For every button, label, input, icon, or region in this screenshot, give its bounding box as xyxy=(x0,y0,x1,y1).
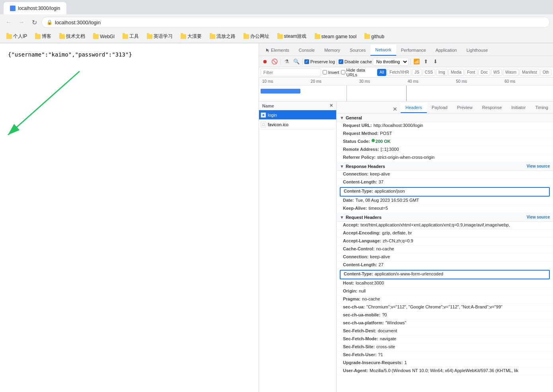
filter-all[interactable]: All xyxy=(377,69,386,76)
bookmark-steam-games[interactable]: steam游戏 xyxy=(274,32,310,41)
tab-sources[interactable]: Sources xyxy=(345,45,370,56)
bookmark-office[interactable]: 办公网址 xyxy=(240,32,273,41)
response-headers-section-header[interactable]: ▼ Response Headers View source xyxy=(337,162,553,171)
tab-console[interactable]: Console xyxy=(294,45,319,56)
bookmark-github[interactable]: github xyxy=(361,33,387,40)
request-doc-icon: ■ xyxy=(261,112,266,118)
request-method-value: POST xyxy=(380,131,392,136)
invert-checkbox[interactable] xyxy=(323,70,327,74)
back-button[interactable]: ← xyxy=(3,17,14,28)
response-headers-title: Response Headers xyxy=(346,164,385,169)
tab-memory[interactable]: Memory xyxy=(319,45,345,56)
devtools-toolbar: ⏺ 🚫 ⚗ 🔍 Preserve log Disable cache No th… xyxy=(259,56,553,67)
request-url-row: Request URL: http://localhost:3000/login xyxy=(337,122,553,130)
close-panel-icon[interactable]: ✕ xyxy=(329,103,333,108)
req-user-agent-row: User-Agent: Mozilla/5.0 (Windows NT 10.0… xyxy=(337,367,553,375)
preserve-log-label[interactable]: Preserve log xyxy=(304,59,335,64)
detail-tab-preview[interactable]: Preview xyxy=(452,103,477,113)
bookmark-label: 流放之路 xyxy=(216,33,236,40)
import-button[interactable]: ⬆ xyxy=(422,57,430,66)
devtools-tabs: Elements Console Memory Sources Network … xyxy=(259,43,553,56)
folder-icon xyxy=(6,34,12,39)
hide-data-urls-label[interactable]: Hide data URLs xyxy=(341,68,376,77)
tab-application[interactable]: Application xyxy=(431,45,462,56)
folder-icon xyxy=(59,34,65,39)
detail-tab-timing[interactable]: Timing xyxy=(530,103,553,113)
bookmark-tools[interactable]: 工具 xyxy=(119,32,142,41)
resp-content-length-row: Content-Length: 37 xyxy=(337,179,553,187)
tab-elements[interactable]: Elements xyxy=(261,45,294,56)
resp-connection-row: Connection: keep-alive xyxy=(337,171,553,179)
filter-wasm[interactable]: Wasm xyxy=(503,69,519,76)
request-headers-section-header[interactable]: ▼ Request Headers View source xyxy=(337,213,553,222)
clear-button[interactable]: 🚫 xyxy=(270,57,279,66)
general-section-header[interactable]: ▼ General xyxy=(337,113,553,122)
bookmark-english[interactable]: 英语学习 xyxy=(144,32,176,41)
req-content-type-label: Content-Type: xyxy=(344,271,373,276)
filter-media[interactable]: Media xyxy=(448,69,464,76)
bookmark-blog[interactable]: 博客 xyxy=(32,32,55,41)
status-code-value: 200 OK xyxy=(376,139,391,144)
hide-data-urls-checkbox[interactable] xyxy=(341,70,345,74)
active-tab[interactable]: localhost:3000/login xyxy=(3,2,67,14)
req-content-type-row: Content-Type: application/x-www-form-url… xyxy=(341,271,549,279)
bookmark-tech-docs[interactable]: 技术文档 xyxy=(56,32,88,41)
close-detail-btn[interactable]: ✕ xyxy=(391,105,399,113)
filter-other[interactable]: Oth xyxy=(540,69,551,76)
wifi-icon[interactable]: 📶 xyxy=(412,57,421,66)
invert-label[interactable]: Invert xyxy=(323,70,339,75)
detail-tab-headers[interactable]: Headers xyxy=(401,103,427,113)
filter-manifest[interactable]: Manifest xyxy=(520,69,539,76)
req-accept-row: Accept: text/html,application/xhtml+xml,… xyxy=(337,222,553,230)
tab-network[interactable]: Network xyxy=(370,45,396,56)
bookmark-label: steam game tool xyxy=(321,34,357,39)
filter-fetch-xhr[interactable]: Fetch/XHR xyxy=(387,69,411,76)
req-upgrade-insecure-label: Upgrade-Insecure-Requests: xyxy=(343,360,403,365)
filter-ws[interactable]: WS xyxy=(491,69,502,76)
filter-font[interactable]: Font xyxy=(465,69,477,76)
response-view-source[interactable]: View source xyxy=(527,164,550,168)
status-code-row: Status Code: 200 OK xyxy=(337,138,553,146)
request-item-login[interactable]: ■ login xyxy=(259,110,336,120)
bookmark-webgl[interactable]: WebGl xyxy=(90,33,117,40)
detail-tab-initiator[interactable]: Initiator xyxy=(506,103,530,113)
tab-elements-label: Elements xyxy=(271,48,289,53)
hide-data-urls-text: Hide data URLs xyxy=(347,68,376,77)
filter-img[interactable]: Img xyxy=(436,69,448,76)
bookmark-label: github xyxy=(371,34,384,39)
forward-button[interactable]: → xyxy=(16,17,27,28)
disable-cache-label[interactable]: Disable cache xyxy=(339,59,372,64)
detail-tab-payload[interactable]: Payload xyxy=(427,103,452,113)
timeline-area[interactable]: 10 ms 20 ms 30 ms 40 ms 50 ms 60 ms xyxy=(259,78,553,101)
tab-performance[interactable]: Performance xyxy=(396,45,431,56)
address-bar[interactable]: 🔒 localhost:3000/login xyxy=(41,17,550,28)
filter-button[interactable]: ⚗ xyxy=(282,57,291,66)
preserve-log-checkbox[interactable] xyxy=(304,59,309,64)
request-view-source[interactable]: View source xyxy=(527,215,550,219)
browser-toolbar: ← → ↻ 🔒 localhost:3000/login xyxy=(0,14,553,30)
search-button[interactable]: 🔍 xyxy=(292,57,301,66)
tab-lighthouse[interactable]: Lighthouse xyxy=(461,45,493,56)
bookmark-poe[interactable]: 流放之路 xyxy=(206,32,239,41)
bookmark-label: 技术文档 xyxy=(66,33,85,40)
filter-js[interactable]: JS xyxy=(412,69,422,76)
req-host-value: localhost:3000 xyxy=(356,281,384,285)
reload-button[interactable]: ↻ xyxy=(29,17,40,28)
filter-doc[interactable]: Doc xyxy=(478,69,490,76)
record-button[interactable]: ⏺ xyxy=(261,57,269,66)
filter-input[interactable] xyxy=(261,68,321,76)
bookmark-steam-tool[interactable]: steam game tool xyxy=(312,33,360,40)
bookmark-personal-ip[interactable]: 个人IP xyxy=(3,32,30,41)
export-button[interactable]: ⬇ xyxy=(431,57,440,66)
bookmark-damo[interactable]: 大漠要 xyxy=(177,32,205,41)
req-accept-language-label: Accept-Language: xyxy=(343,238,381,243)
tl-60ms: 60 ms xyxy=(503,79,551,84)
resp-keepalive-row: Keep-Alive: timeout=5 xyxy=(337,205,553,213)
request-item-favicon[interactable]: □ favicon.ico xyxy=(259,120,336,129)
folder-icon xyxy=(243,34,249,39)
disable-cache-checkbox[interactable] xyxy=(339,59,343,64)
detail-tab-response[interactable]: Response xyxy=(477,103,507,113)
detail-tab-headers-label: Headers xyxy=(405,105,422,110)
filter-css[interactable]: CSS xyxy=(423,69,436,76)
throttle-select[interactable]: No throttling xyxy=(373,58,409,66)
